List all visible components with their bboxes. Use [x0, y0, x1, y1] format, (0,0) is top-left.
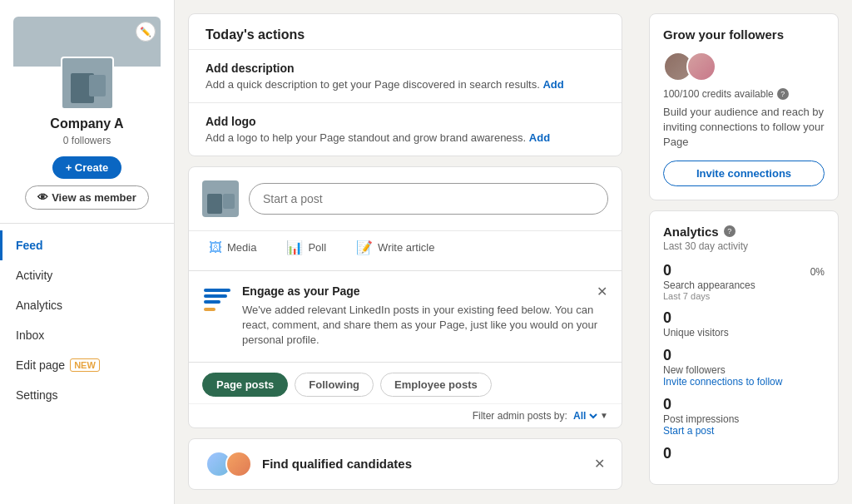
sidebar-item-edit-page[interactable]: Edit page NEW — [0, 350, 174, 380]
help-icon[interactable]: ? — [777, 88, 789, 100]
follower-avatars — [663, 52, 825, 82]
find-candidates-card: Find qualified candidates ✕ — [188, 438, 622, 490]
grow-followers-card: Grow your followers 100/100 credits avai… — [649, 13, 839, 200]
write-article-button[interactable]: 📝 Write article — [349, 235, 441, 260]
create-button[interactable]: + Create — [52, 156, 122, 179]
add-description-desc: Add a quick description to get your Page… — [206, 78, 605, 91]
grow-followers-title: Grow your followers — [663, 27, 825, 42]
stat-post-impressions: 0 Post impressions Start a post — [663, 396, 825, 437]
poll-icon: 📊 — [286, 240, 303, 255]
sidebar-item-inbox[interactable]: Inbox — [0, 320, 174, 350]
tab-following[interactable]: Following — [295, 373, 374, 397]
engage-title: Engage as your Page — [242, 284, 608, 298]
left-sidebar: ✏️ Company A 0 followers + Create 👁 View… — [0, 0, 175, 504]
sidebar-item-analytics[interactable]: Analytics — [0, 290, 174, 320]
followers-count: 0 followers — [13, 135, 161, 146]
analytics-card: Analytics ? Last 30 day activity 0 0% Se… — [649, 210, 839, 485]
analytics-subtitle: Last 30 day activity — [663, 240, 825, 252]
credits-text: 100/100 credits available — [663, 88, 774, 100]
engage-close-button[interactable]: ✕ — [592, 281, 612, 301]
poll-button[interactable]: 📊 Poll — [280, 235, 333, 260]
eye-icon: 👁 — [37, 191, 48, 204]
sidebar-item-activity[interactable]: Activity — [0, 260, 174, 290]
new-badge: NEW — [70, 358, 100, 372]
company-name: Company A — [13, 116, 161, 131]
add-logo-item: Add logo Add a logo to help your Page st… — [189, 102, 622, 156]
invite-connections-link[interactable]: Invite connections to follow — [663, 376, 825, 388]
credits-row: 100/100 credits available ? — [663, 88, 825, 100]
engage-banner: Engage as your Page We've added relevant… — [189, 271, 622, 362]
profile-section: ✏️ Company A 0 followers + Create 👁 View… — [0, 0, 174, 224]
follower-avatar-2 — [686, 52, 716, 82]
filter-label: Filter admin posts by: — [473, 410, 567, 422]
add-description-item: Add description Add a quick description … — [189, 49, 622, 102]
filter-row: Filter admin posts by: All ▼ — [189, 403, 622, 427]
post-feed-card: 🖼 Media 📊 Poll 📝 Write article — [188, 166, 622, 428]
post-avatar — [202, 180, 239, 217]
stat-unique-visitors: 0 Unique visitors — [663, 309, 825, 338]
tab-page-posts[interactable]: Page posts — [202, 373, 288, 397]
sidebar-item-settings[interactable]: Settings — [0, 380, 174, 410]
add-description-title: Add description — [206, 62, 605, 75]
start-a-post-link[interactable]: Start a post — [663, 425, 825, 437]
todays-actions-card: Today's actions Add description Add a qu… — [188, 13, 622, 156]
edit-profile-icon[interactable]: ✏️ — [136, 22, 156, 42]
article-icon: 📝 — [356, 240, 373, 255]
post-box — [189, 167, 622, 230]
sidebar-item-feed[interactable]: Feed — [0, 230, 174, 260]
start-a-post-input[interactable] — [249, 183, 608, 215]
invite-connections-button[interactable]: Invite connections — [663, 161, 825, 186]
engage-icon — [202, 284, 232, 314]
add-logo-title: Add logo — [206, 115, 605, 128]
main-content: Today's actions Add description Add a qu… — [175, 0, 636, 504]
view-as-member-button[interactable]: 👁 View as member — [25, 185, 149, 210]
company-logo — [61, 57, 114, 110]
tab-employee-posts[interactable]: Employee posts — [380, 373, 492, 397]
filter-select[interactable]: All — [570, 409, 600, 422]
analytics-title: Analytics — [663, 225, 719, 239]
add-description-link[interactable]: Add — [542, 78, 563, 91]
chevron-down-icon: ▼ — [600, 411, 608, 420]
find-candidates-title: Find qualified candidates — [262, 457, 412, 471]
post-action-row: 🖼 Media 📊 Poll 📝 Write article — [189, 230, 622, 270]
image-icon: 🖼 — [209, 240, 222, 255]
stat-new-followers: 0 New followers Invite connections to fo… — [663, 347, 825, 388]
add-logo-desc: Add a logo to help your Page standout an… — [206, 131, 605, 144]
feed-tabs: Page posts Following Employee posts — [189, 362, 622, 403]
analytics-help-icon[interactable]: ? — [724, 225, 736, 237]
find-candidates-close-button[interactable]: ✕ — [594, 456, 605, 472]
todays-actions-title: Today's actions — [189, 14, 622, 49]
right-sidebar: Grow your followers 100/100 credits avai… — [636, 0, 852, 504]
stat-last: 0 — [663, 445, 825, 462]
media-button[interactable]: 🖼 Media — [202, 235, 263, 260]
stat-search-appearances: 0 0% Search appearances Last 7 days — [663, 262, 825, 301]
add-logo-link[interactable]: Add — [529, 131, 550, 144]
sidebar-nav: Feed Activity Analytics Inbox Edit page … — [0, 224, 174, 417]
grow-desc: Build your audience and reach by invitin… — [663, 105, 825, 151]
engage-desc: We've added relevant LinkedIn posts in y… — [242, 303, 608, 348]
